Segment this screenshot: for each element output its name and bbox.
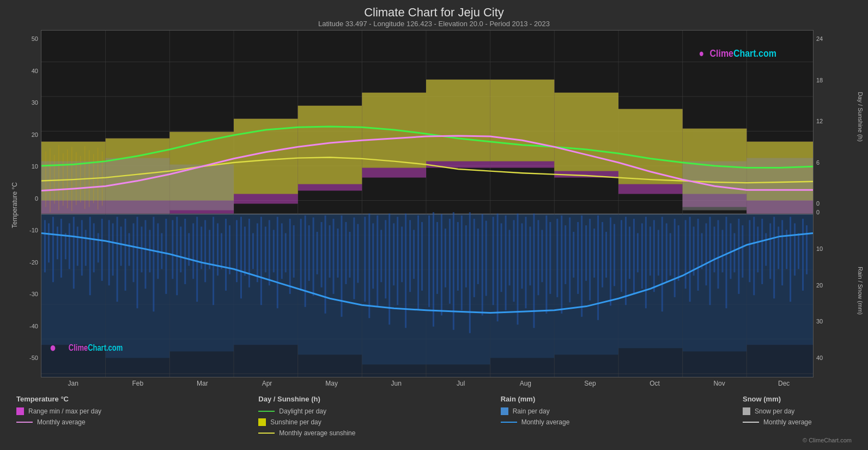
legend-snow-avg-line <box>743 422 759 423</box>
svg-rect-131 <box>453 212 454 330</box>
legend-temp-avg-label: Monthly average <box>37 418 86 426</box>
svg-rect-79 <box>229 225 230 274</box>
y-tick-right-10: 10 <box>816 245 857 252</box>
svg-rect-76 <box>217 223 218 275</box>
svg-rect-162 <box>585 225 587 281</box>
y-tick-40: 40 <box>32 68 38 74</box>
y-tick-right-6: 6 <box>816 159 857 166</box>
x-tick-jan: Jan <box>41 380 106 387</box>
svg-rect-138 <box>482 214 483 316</box>
svg-text:●: ● <box>699 47 705 59</box>
svg-rect-85 <box>257 223 258 282</box>
svg-rect-141 <box>497 213 499 321</box>
svg-rect-214 <box>806 225 808 274</box>
svg-rect-113 <box>377 215 378 307</box>
svg-rect-181 <box>666 223 667 282</box>
svg-rect-160 <box>577 222 579 294</box>
svg-rect-44 <box>81 220 83 275</box>
x-tick-jun: Jun <box>364 380 429 387</box>
y-tick-right-0: 0 <box>816 200 857 207</box>
svg-rect-188 <box>697 219 699 291</box>
svg-rect-98 <box>313 218 314 296</box>
svg-rect-120 <box>405 213 406 328</box>
legend-temp-range-label: Range min / max per day <box>28 407 101 415</box>
svg-rect-204 <box>765 233 767 266</box>
svg-rect-185 <box>685 220 687 289</box>
svg-rect-170 <box>621 220 622 292</box>
y-axis-right-label-top: Day / Sunshine (h) <box>857 92 864 142</box>
main-container: Climate Chart for Jeju City Latitude 33.… <box>0 0 868 450</box>
legend-temperature: Temperature °C Range min / max per day M… <box>16 395 125 437</box>
svg-rect-45 <box>85 230 87 266</box>
svg-rect-43 <box>77 226 78 266</box>
svg-rect-57 <box>137 217 138 308</box>
svg-rect-177 <box>650 226 651 275</box>
y-tick-50: 50 <box>32 35 38 42</box>
main-title: Climate Chart for Jeju City <box>11 5 857 20</box>
svg-rect-163 <box>589 219 591 301</box>
svg-rect-42 <box>73 217 75 289</box>
legend-temp-avg: Monthly average <box>16 418 125 426</box>
svg-rect-104 <box>337 229 338 278</box>
svg-rect-111 <box>368 213 370 318</box>
y-axis-right: 24 18 12 6 0 0 10 20 30 40 Day / Sunshin… <box>814 30 857 377</box>
svg-rect-96 <box>305 215 306 307</box>
svg-rect-208 <box>781 220 783 285</box>
x-tick-nov: Nov <box>687 380 752 387</box>
svg-rect-158 <box>569 218 570 303</box>
svg-rect-137 <box>477 229 479 284</box>
legend-sunshine-title: Day / Sunshine (h) <box>258 395 367 403</box>
legend-rain-avg-line <box>501 422 517 423</box>
svg-rect-71 <box>196 217 198 302</box>
svg-rect-37 <box>52 217 54 282</box>
svg-rect-108 <box>353 218 355 299</box>
svg-rect-112 <box>372 223 374 289</box>
x-tick-may: May <box>299 380 364 387</box>
y-axis-left: Temperature °C 50 40 30 20 10 0 -10 -20 … <box>11 30 41 377</box>
copyright: © ClimeChart.com <box>11 437 857 445</box>
legend-sunshine-box <box>258 418 266 426</box>
svg-rect-145 <box>513 220 515 302</box>
svg-rect-180 <box>661 217 663 311</box>
svg-rect-89 <box>273 230 275 272</box>
svg-rect-182 <box>670 233 671 275</box>
svg-rect-95 <box>300 219 302 291</box>
svg-rect-70 <box>192 223 194 279</box>
svg-rect-51 <box>112 223 114 275</box>
y-tick-right-24: 24 <box>816 35 857 42</box>
svg-rect-41 <box>69 223 70 269</box>
svg-rect-166 <box>602 222 603 287</box>
svg-rect-60 <box>149 230 150 272</box>
svg-rect-186 <box>689 217 691 302</box>
x-tick-sep: Sep <box>558 380 623 387</box>
svg-rect-155 <box>556 219 558 297</box>
chart-area: ● ClimeChart.com ClimeChart.com ● <box>41 30 814 377</box>
svg-rect-90 <box>277 217 278 308</box>
svg-rect-156 <box>561 215 562 314</box>
y-tick-right-r0: 0 <box>816 209 857 215</box>
svg-rect-126 <box>433 212 434 327</box>
y-tick-right-18: 18 <box>816 77 857 83</box>
svg-rect-174 <box>637 233 639 272</box>
svg-rect-240 <box>106 158 170 214</box>
y-tick-m20: -20 <box>29 259 38 266</box>
svg-rect-114 <box>380 230 382 282</box>
legend-snow-avg: Monthly average <box>743 418 852 426</box>
y-tick-right-12: 12 <box>816 118 857 124</box>
svg-rect-142 <box>501 223 502 292</box>
y-tick-right-30: 30 <box>816 318 857 325</box>
svg-rect-88 <box>269 220 270 285</box>
svg-rect-205 <box>769 223 771 279</box>
legend-rain-title: Rain (mm) <box>501 395 610 403</box>
svg-rect-194 <box>721 230 723 272</box>
legend-sunshine-avg-line <box>258 433 275 434</box>
svg-rect-35 <box>44 220 46 272</box>
svg-rect-74 <box>209 230 210 269</box>
svg-rect-195 <box>725 217 727 308</box>
svg-rect-136 <box>474 219 475 297</box>
svg-rect-99 <box>317 232 318 274</box>
svg-text:ClimeChart.com: ClimeChart.com <box>710 47 776 59</box>
svg-rect-187 <box>693 226 695 275</box>
y-tick-right-20: 20 <box>816 282 857 289</box>
svg-rect-147 <box>521 223 523 289</box>
